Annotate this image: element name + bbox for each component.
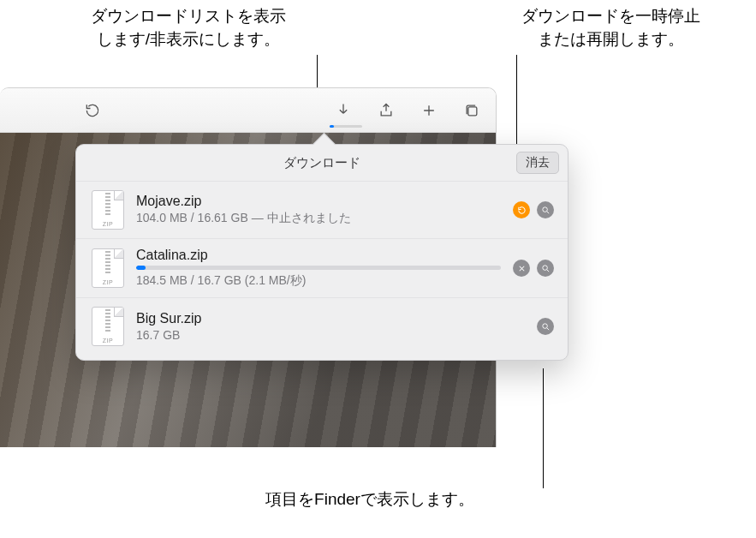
file-type-label: ZIP <box>103 338 113 345</box>
share-button[interactable] <box>376 100 396 121</box>
downloads-button[interactable] <box>333 100 354 121</box>
callout-reveal-finder: 項目をFinderで表示します。 <box>216 488 524 511</box>
download-info: Catalina.zip 184.5 MB / 16.7 GB (2.1 MB/… <box>136 248 501 289</box>
download-status: 184.5 MB / 16.7 GB (2.1 MB/秒) <box>136 273 501 289</box>
download-filename: Mojave.zip <box>136 194 501 209</box>
zip-file-icon: ZIP <box>92 307 124 346</box>
download-status: 16.7 GB <box>136 328 525 342</box>
download-actions <box>513 260 554 277</box>
stop-icon[interactable] <box>513 260 530 277</box>
callout-line <box>543 368 544 488</box>
download-info: Big Sur.zip 16.7 GB <box>136 311 525 342</box>
download-filename: Catalina.zip <box>136 248 501 263</box>
download-info: Mojave.zip 104.0 MB / 16.61 GB — 中止されました <box>136 194 501 226</box>
zip-file-icon: ZIP <box>92 248 124 288</box>
file-type-label: ZIP <box>103 221 113 229</box>
reload-button[interactable] <box>82 100 103 121</box>
popover-header: ダウンロード 消去 <box>76 145 568 181</box>
callout-pause-resume: ダウンロードを一時停止 または再開します。 <box>469 5 752 51</box>
download-item: ZIP Catalina.zip 184.5 MB / 16.7 GB (2.1… <box>76 238 568 297</box>
download-item: ZIP Mojave.zip 104.0 MB / 16.61 GB — 中止さ… <box>76 181 568 238</box>
magnifier-icon[interactable] <box>537 318 554 335</box>
svg-point-2 <box>542 265 547 270</box>
download-filename: Big Sur.zip <box>136 311 525 326</box>
clear-button[interactable]: 消去 <box>516 152 559 174</box>
downloads-popover: ダウンロード 消去 ZIP Mojave.zip 104.0 MB / 16.6… <box>75 144 568 361</box>
downloads-list: ZIP Mojave.zip 104.0 MB / 16.61 GB — 中止さ… <box>76 181 568 360</box>
callout-show-hide: ダウンロードリストを表示 します/非表示にします。 <box>51 5 325 51</box>
tabs-button[interactable] <box>461 100 482 121</box>
svg-point-3 <box>542 323 547 328</box>
download-actions <box>513 201 554 218</box>
retry-icon[interactable] <box>513 201 530 218</box>
magnifier-icon[interactable] <box>537 260 554 277</box>
svg-point-1 <box>542 206 547 212</box>
download-actions <box>537 318 554 335</box>
new-tab-button[interactable] <box>419 100 439 121</box>
download-item: ZIP Big Sur.zip 16.7 GB <box>76 297 568 355</box>
toolbar <box>0 88 496 133</box>
svg-rect-0 <box>468 106 477 115</box>
download-status: 104.0 MB / 16.61 GB — 中止されました <box>136 211 501 226</box>
popover-title: ダウンロード <box>283 155 360 171</box>
zip-file-icon: ZIP <box>92 190 124 230</box>
magnifier-icon[interactable] <box>537 201 554 218</box>
file-type-label: ZIP <box>103 279 113 287</box>
downloads-toolbar-progress <box>330 125 362 128</box>
download-progress-bar <box>136 266 501 270</box>
